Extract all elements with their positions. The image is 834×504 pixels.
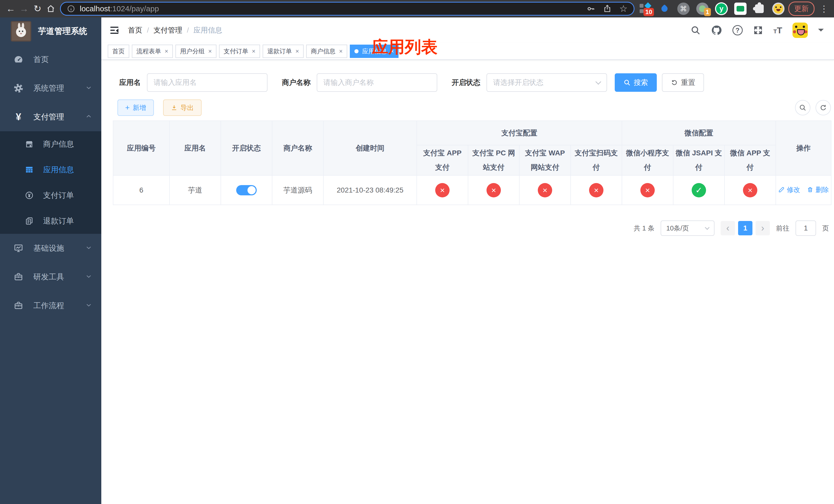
sidebar-item-merchant-info[interactable]: 商户信息 xyxy=(0,131,101,157)
user-avatar[interactable] xyxy=(792,23,808,38)
status-select[interactable]: 请选择开启状态 xyxy=(486,73,607,92)
sidebar-item-dev-tools[interactable]: 研发工具 xyxy=(0,262,101,291)
prev-page-button[interactable]: ‹ xyxy=(721,221,735,235)
extensions-strip: 10 ⌘ 1 y xyxy=(639,2,785,15)
close-icon[interactable]: × xyxy=(252,48,256,54)
url-text: localhost:1024/pay/app xyxy=(80,4,159,13)
browser-avatar-icon[interactable] xyxy=(772,2,785,15)
browser-home-button[interactable] xyxy=(44,2,58,15)
cell-app-id: 6 xyxy=(113,175,170,205)
yen-icon: ¥ xyxy=(13,112,24,122)
close-icon[interactable]: × xyxy=(164,48,168,54)
toggle-search-button[interactable] xyxy=(795,100,810,115)
add-button[interactable]: + 新增 xyxy=(117,99,154,116)
enabled-toggle[interactable] xyxy=(236,185,257,196)
share-icon[interactable] xyxy=(603,4,612,13)
pagination-total: 共 1 条 xyxy=(634,224,655,233)
refresh-table-button[interactable] xyxy=(815,100,831,115)
column-group-wechat: 微信配置 xyxy=(622,121,776,145)
tag-home[interactable]: 首页 xyxy=(108,45,129,58)
breadcrumb-home[interactable]: 首页 xyxy=(128,25,142,35)
column-header-name: 应用名 xyxy=(170,121,221,175)
extension-profile-icon[interactable]: 1 xyxy=(696,2,709,15)
reset-button[interactable]: 重置 xyxy=(662,73,704,92)
export-button[interactable]: 导出 xyxy=(163,99,202,116)
status-cross-icon: × xyxy=(486,183,501,198)
app-name-input[interactable] xyxy=(147,73,267,92)
extension-yuque-icon[interactable]: y xyxy=(715,2,728,15)
extension-balloon-icon[interactable] xyxy=(658,2,671,15)
browser-update-button[interactable]: 更新 xyxy=(788,2,814,16)
merchant-name-label: 商户名称 xyxy=(282,78,311,87)
close-icon[interactable]: × xyxy=(295,48,299,54)
next-page-button[interactable]: › xyxy=(755,221,770,235)
page-number-1[interactable]: 1 xyxy=(738,221,752,235)
github-icon[interactable] xyxy=(711,25,722,36)
storefront-icon xyxy=(24,139,35,149)
sidebar-item-system[interactable]: 系统管理 xyxy=(0,74,101,102)
bookmark-star-icon[interactable]: ☆ xyxy=(619,4,628,13)
plus-icon: + xyxy=(125,104,130,112)
extension-command-icon[interactable]: ⌘ xyxy=(677,2,690,15)
sidebar-item-refund-orders[interactable]: 退款订单 xyxy=(0,208,101,234)
search-icon[interactable] xyxy=(690,25,701,36)
site-info-icon[interactable] xyxy=(67,5,75,13)
breadcrumb-payment[interactable]: 支付管理 xyxy=(154,25,182,35)
page-annotation: 应用列表 xyxy=(372,36,438,58)
status-label: 开启状态 xyxy=(452,78,480,87)
avatar-caret-icon[interactable] xyxy=(818,29,824,35)
edit-button[interactable]: 修改 xyxy=(778,185,800,194)
page-size-select[interactable]: 10条/页 xyxy=(661,221,715,236)
sidebar-item-app-info[interactable]: 应用信息 xyxy=(0,157,101,183)
sidebar-item-workflow[interactable]: 工作流程 xyxy=(0,291,101,320)
monitor-chart-icon xyxy=(13,243,24,253)
breadcrumb: 首页 / 支付管理 / 应用信息 xyxy=(128,25,222,35)
sidebar-item-payment[interactable]: ¥ 支付管理 xyxy=(0,102,101,131)
password-key-icon[interactable] xyxy=(587,4,595,13)
status-cross-icon: × xyxy=(435,183,449,198)
fullscreen-icon[interactable] xyxy=(753,25,763,36)
browser-forward-button[interactable]: → xyxy=(18,2,31,15)
extension-chat-icon[interactable] xyxy=(734,2,747,15)
sidebar-logo-link[interactable]: 芋道管理系统 xyxy=(0,18,101,45)
address-bar[interactable]: localhost:1024/pay/app ☆ xyxy=(60,2,635,16)
trash-icon xyxy=(807,186,813,193)
search-button[interactable]: 搜索 xyxy=(615,73,657,92)
delete-button[interactable]: 删除 xyxy=(807,185,829,194)
cell-created: 2021-10-23 08:49:25 xyxy=(323,175,417,205)
extension-tabs-icon[interactable]: 10 xyxy=(639,2,652,15)
column-header-merchant: 商户名称 xyxy=(272,121,323,175)
chevron-down-icon xyxy=(85,301,93,310)
grid-table-icon xyxy=(24,165,35,174)
browser-menu-icon[interactable]: ⋮ xyxy=(818,4,830,14)
extensions-puzzle-icon[interactable] xyxy=(753,2,766,15)
applications-table: 应用编号 应用名 开启状态 商户名称 创建时间 支付宝配置 微信配置 操作 支付… xyxy=(113,120,831,205)
tag-refund-orders[interactable]: 退款订单× xyxy=(263,45,304,58)
sidebar-item-pay-orders[interactable]: 支付订单 xyxy=(0,183,101,208)
status-cross-icon: × xyxy=(743,183,757,198)
chevron-down-icon xyxy=(85,84,93,93)
close-icon[interactable]: × xyxy=(339,48,343,54)
tag-process-form[interactable]: 流程表单× xyxy=(132,45,173,58)
browser-reload-button[interactable]: ↻ xyxy=(31,2,44,15)
merchant-name-input[interactable] xyxy=(317,73,437,92)
table-toolbar: + 新增 导出 xyxy=(117,99,831,116)
chevron-down-icon xyxy=(595,79,601,85)
sidebar-item-infrastructure[interactable]: 基础设施 xyxy=(0,234,101,262)
help-icon[interactable]: ? xyxy=(732,25,743,36)
goto-page-input[interactable] xyxy=(795,221,816,236)
tag-pay-orders[interactable]: 支付订单× xyxy=(219,45,260,58)
close-icon[interactable]: × xyxy=(208,48,212,54)
browser-back-button[interactable]: ← xyxy=(4,2,18,15)
sidebar-collapse-icon[interactable] xyxy=(109,25,120,36)
column-header-alipay-qr: 支付宝扫码支付 xyxy=(571,145,622,175)
font-size-icon[interactable]: TT xyxy=(773,25,782,36)
tag-merchant-info[interactable]: 商户信息× xyxy=(306,45,347,58)
tag-user-group[interactable]: 用户分组× xyxy=(175,45,216,58)
chevron-down-icon xyxy=(85,244,93,253)
status-cross-icon: × xyxy=(640,183,655,198)
screen: ← → ↻ localhost:1024/pay/app ☆ 10 ⌘ xyxy=(0,0,834,504)
dashboard-icon xyxy=(13,54,24,65)
document-copy-icon xyxy=(24,216,35,226)
sidebar-item-home[interactable]: 首页 xyxy=(0,45,101,74)
